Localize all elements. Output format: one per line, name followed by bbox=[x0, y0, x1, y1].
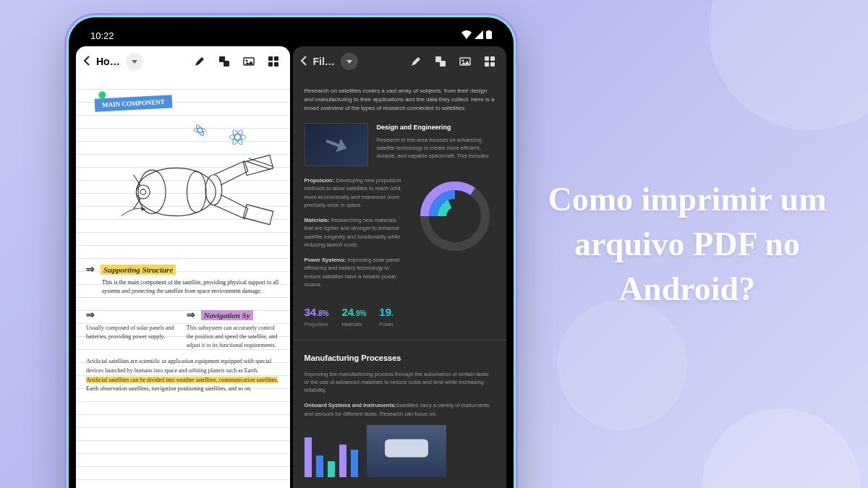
arrow-icon: ⇒ bbox=[187, 309, 195, 321]
onboard-text: Onboard Systems and Instruments:Satellit… bbox=[305, 401, 495, 418]
section-heading-2: ⇒ Navigation Sy bbox=[187, 309, 280, 321]
design-text: Research in this area focuses on advanci… bbox=[377, 136, 495, 160]
doc-title-left: Ho… bbox=[96, 56, 120, 67]
tablet-frame: 10:22 Ho… bbox=[69, 17, 514, 488]
col1-text: Usually composed of solar panels and bat… bbox=[86, 324, 179, 341]
section-heading-1: ⇒ Supporting Structure bbox=[86, 263, 280, 275]
svg-line-17 bbox=[134, 199, 140, 209]
left-toolbar: Ho… bbox=[76, 46, 290, 77]
intro-text: Research on satellites covers a vast arr… bbox=[305, 87, 495, 113]
battery-icon bbox=[486, 30, 492, 41]
donut-chart bbox=[415, 176, 495, 256]
divider bbox=[293, 340, 507, 341]
design-heading: Design and Engineering bbox=[377, 123, 495, 133]
highlighter-icon[interactable] bbox=[407, 52, 425, 71]
sticky-note: MAIN COMPONENT bbox=[95, 95, 173, 112]
section-body-1: This is the main component of the satell… bbox=[102, 278, 280, 296]
arrow-icon: ⇒ bbox=[86, 309, 95, 321]
svg-line-21 bbox=[249, 158, 273, 166]
grid-icon[interactable] bbox=[480, 52, 499, 71]
svg-point-23 bbox=[229, 134, 246, 140]
satellite-illustration bbox=[86, 120, 280, 250]
bar-chart bbox=[305, 434, 358, 477]
status-bar: 10:22 bbox=[76, 25, 506, 46]
wifi-icon bbox=[461, 30, 472, 41]
col2-text: This subsystem can accurately control th… bbox=[187, 324, 280, 350]
mfg-text: Improving the manufacturing process thro… bbox=[305, 370, 495, 395]
tablet-screen: 10:22 Ho… bbox=[76, 25, 506, 488]
back-button[interactable] bbox=[300, 54, 307, 69]
stats-row: 34.8% Propulsion 24.9% Materials 19. Pow… bbox=[305, 304, 495, 328]
right-toolbar: Fil… bbox=[293, 46, 507, 77]
svg-rect-35 bbox=[485, 62, 489, 67]
image-icon[interactable] bbox=[456, 52, 475, 71]
svg-rect-7 bbox=[274, 56, 278, 61]
svg-rect-0 bbox=[486, 31, 492, 39]
left-content[interactable]: MAIN COMPONENT bbox=[76, 77, 290, 488]
stat-power: 19. Power bbox=[379, 304, 393, 328]
bottom-paragraph: Artificial satellites are scientific or … bbox=[86, 357, 280, 394]
right-pane: Fil… bbox=[293, 46, 507, 488]
dropdown-button[interactable] bbox=[341, 53, 358, 70]
svg-rect-30 bbox=[440, 61, 446, 67]
svg-point-28 bbox=[195, 124, 205, 137]
bg-decoration bbox=[557, 300, 687, 430]
svg-rect-36 bbox=[490, 62, 495, 67]
svg-rect-3 bbox=[224, 61, 229, 67]
svg-rect-6 bbox=[268, 56, 273, 61]
svg-rect-9 bbox=[274, 62, 278, 67]
svg-point-11 bbox=[138, 170, 166, 214]
svg-point-32 bbox=[462, 60, 464, 62]
bg-decoration bbox=[702, 408, 861, 488]
power-text: Power Systems: Improving solar panel eff… bbox=[305, 256, 407, 288]
propulsion-text: Propulsion: Developing new propulsion me… bbox=[305, 176, 407, 209]
translate-icon[interactable] bbox=[215, 52, 234, 71]
arrow-icon: ⇒ bbox=[86, 263, 95, 275]
materials-text: Materials: Researching new materials tha… bbox=[305, 216, 407, 249]
svg-rect-33 bbox=[485, 56, 489, 61]
grid-icon[interactable] bbox=[264, 52, 283, 71]
satellite-thumb-2 bbox=[367, 425, 446, 477]
page-headline: Como imprimir um arquivo PDF no Android? bbox=[542, 176, 832, 311]
svg-point-15 bbox=[140, 189, 146, 195]
mfg-heading: Manufacturing Processes bbox=[305, 352, 495, 364]
svg-rect-19 bbox=[243, 205, 273, 225]
bg-decoration bbox=[709, 0, 868, 130]
satellite-thumb-1 bbox=[305, 123, 368, 166]
svg-point-12 bbox=[187, 171, 206, 213]
back-button[interactable] bbox=[83, 54, 90, 69]
arrow-marker: ⇒ bbox=[86, 309, 179, 321]
svg-rect-34 bbox=[490, 56, 495, 61]
svg-point-5 bbox=[245, 60, 247, 62]
svg-line-20 bbox=[246, 161, 271, 169]
status-time: 10:22 bbox=[90, 30, 114, 41]
doc-title-right: Fil… bbox=[313, 56, 335, 67]
svg-point-40 bbox=[442, 203, 468, 229]
signal-icon bbox=[475, 30, 483, 41]
stat-materials: 24.9% Materials bbox=[341, 304, 366, 328]
svg-rect-8 bbox=[268, 62, 273, 67]
svg-point-10 bbox=[136, 168, 216, 215]
translate-icon[interactable] bbox=[431, 52, 450, 71]
right-content[interactable]: Research on satellites covers a vast arr… bbox=[293, 77, 507, 488]
svg-rect-1 bbox=[488, 30, 490, 32]
stat-propulsion: 34.8% Propulsion bbox=[305, 304, 329, 328]
split-view: Ho… bbox=[76, 46, 506, 488]
left-pane: Ho… bbox=[76, 46, 290, 488]
image-icon[interactable] bbox=[239, 52, 258, 71]
svg-line-16 bbox=[134, 175, 140, 185]
highlighter-icon[interactable] bbox=[190, 52, 209, 71]
dropdown-button[interactable] bbox=[126, 53, 143, 70]
svg-point-27 bbox=[194, 128, 206, 132]
pushpin-icon bbox=[97, 90, 107, 100]
